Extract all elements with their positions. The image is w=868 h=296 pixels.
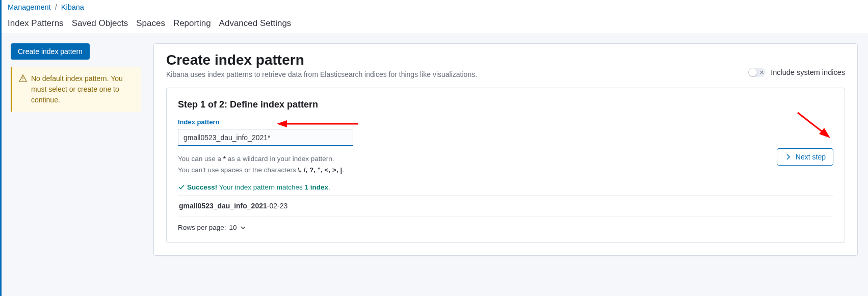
main-panel: Create index pattern Kibana uses index p… [153, 43, 858, 256]
success-count: 1 index [304, 183, 328, 191]
page-subtitle: Kibana uses index patterns to retrieve d… [166, 70, 748, 78]
hint-line2-post: . [342, 166, 344, 174]
tabs: Index Patterns Saved Objects Spaces Repo… [2, 14, 868, 34]
hint-line2-chars: \, /, ?, ", <, >, | [298, 166, 342, 174]
create-index-pattern-button[interactable]: Create index pattern [11, 43, 90, 60]
hint-line1-pre: You can use a [178, 155, 223, 163]
warning-callout: No default index pattern. You must selec… [11, 67, 141, 112]
breadcrumb-separator: / [55, 3, 57, 11]
toggle-knob [749, 68, 757, 76]
breadcrumb: Management / Kibana [2, 0, 868, 14]
step-panel: Step 1 of 2: Define index pattern Index … [166, 88, 845, 243]
hint-line1-post: as a wildcard in your index pattern. [226, 155, 334, 163]
page-title: Create index pattern [166, 52, 748, 68]
rows-per-page[interactable]: Rows per page: 10 [178, 217, 833, 231]
rows-per-page-label: Rows per page: [178, 224, 226, 231]
hints: You can use a * as a wildcard in your in… [178, 153, 833, 175]
warning-icon [19, 74, 27, 83]
svg-rect-0 [22, 77, 23, 79]
breadcrumb-kibana[interactable]: Kibana [61, 3, 84, 11]
close-icon: ✕ [759, 70, 764, 75]
include-system-indices-label: Include system indices [771, 68, 845, 76]
match-item-rest: -02-23 [267, 202, 287, 210]
tab-saved-objects[interactable]: Saved Objects [72, 14, 128, 34]
tab-spaces[interactable]: Spaces [136, 14, 165, 34]
match-item-bold: gmall0523_dau_info_2021 [179, 202, 267, 210]
tab-reporting[interactable]: Reporting [173, 14, 211, 34]
chevron-right-icon [784, 153, 792, 160]
success-message: Success! Your index pattern matches 1 in… [178, 183, 833, 191]
sidebar: Create index pattern No default index pa… [2, 34, 143, 296]
svg-marker-5 [819, 128, 830, 138]
chevron-down-icon [240, 225, 246, 231]
index-pattern-input[interactable] [178, 129, 353, 146]
include-system-indices-toggle[interactable]: ✕ [748, 68, 766, 77]
success-label: Success! [187, 183, 217, 191]
hint-line2-pre: You can't use spaces or the characters [178, 166, 298, 174]
next-step-label: Next step [796, 153, 826, 161]
tab-advanced-settings[interactable]: Advanced Settings [219, 14, 292, 34]
match-item: gmall0523_dau_info_2021-02-23 [178, 196, 833, 217]
check-icon [178, 183, 185, 191]
success-suffix: . [328, 183, 330, 191]
rows-per-page-value: 10 [229, 224, 237, 231]
tab-index-patterns[interactable]: Index Patterns [8, 14, 64, 34]
success-text: Your index pattern matches [217, 183, 304, 191]
step-title: Step 1 of 2: Define index pattern [178, 99, 833, 110]
warning-text: No default index pattern. You must selec… [31, 73, 134, 105]
next-step-button[interactable]: Next step [777, 148, 833, 166]
breadcrumb-management[interactable]: Management [8, 3, 51, 11]
svg-rect-1 [22, 80, 23, 80]
index-pattern-label: Index pattern [178, 118, 833, 126]
